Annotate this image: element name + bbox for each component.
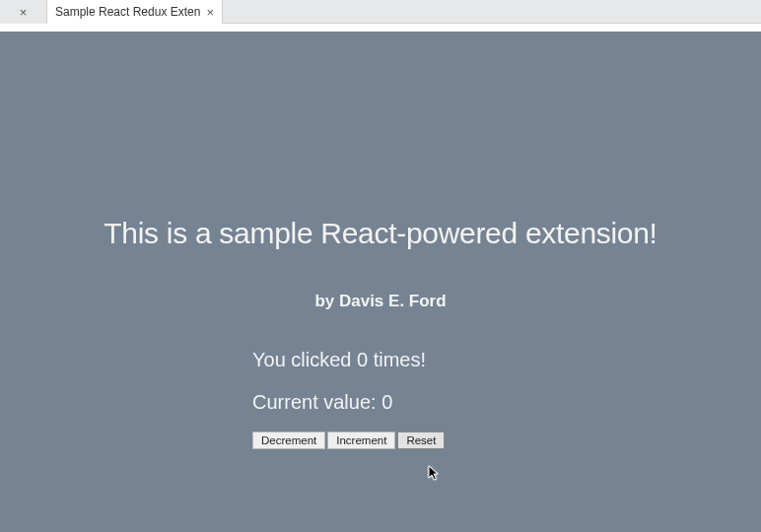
tab-bar: × Sample React Redux Exten × bbox=[0, 0, 761, 24]
close-icon[interactable]: × bbox=[20, 6, 28, 19]
increment-button[interactable]: Increment bbox=[327, 432, 395, 449]
close-icon[interactable]: × bbox=[206, 6, 214, 19]
click-count-text: You clicked 0 times! bbox=[154, 349, 607, 371]
cursor-icon bbox=[427, 465, 443, 487]
reset-button[interactable]: Reset bbox=[397, 432, 445, 449]
page-viewport: This is a sample React-powered extension… bbox=[0, 32, 761, 532]
page-byline: by Davis E. Ford bbox=[314, 292, 446, 311]
toolbar-gap bbox=[0, 24, 761, 32]
tab-blank[interactable]: × bbox=[0, 0, 47, 24]
tab-active[interactable]: Sample React Redux Exten × bbox=[47, 0, 223, 24]
current-value-text: Current value: 0 bbox=[154, 391, 607, 414]
tab-title: Sample React Redux Exten bbox=[55, 5, 200, 19]
decrement-button[interactable]: Decrement bbox=[252, 432, 325, 449]
content: This is a sample React-powered extension… bbox=[0, 217, 761, 449]
button-row: Decrement Increment Reset bbox=[154, 432, 607, 449]
page-headline: This is a sample React-powered extension… bbox=[104, 217, 657, 250]
